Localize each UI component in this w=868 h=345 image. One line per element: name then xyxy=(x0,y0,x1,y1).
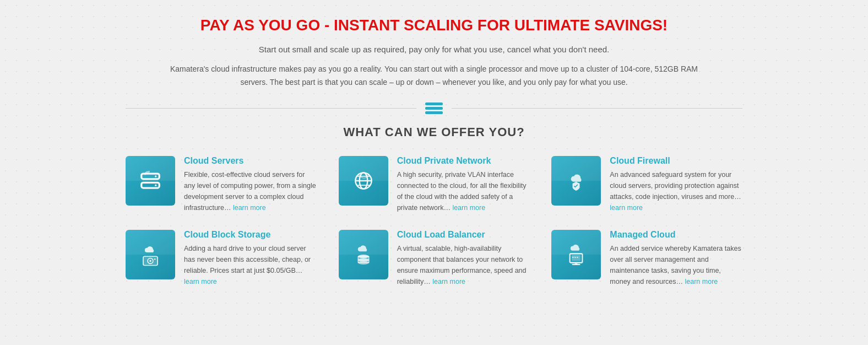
page-title: PAY AS YOU GO - INSTANT SCALING FOR ULTI… xyxy=(126,17,742,34)
svg-point-18 xyxy=(572,256,573,257)
cloud-load-balancer-learn-more[interactable]: learn more xyxy=(432,278,465,285)
cloud-firewall-icon-box xyxy=(551,156,601,206)
cloud-servers-title: Cloud Servers xyxy=(184,156,317,166)
managed-cloud-title: Managed Cloud xyxy=(610,230,742,240)
title-static: PAY AS YOU GO - xyxy=(200,17,334,34)
managed-cloud-icon xyxy=(562,240,590,269)
svg-point-9 xyxy=(149,260,151,261)
cloud-block-storage-icon xyxy=(136,240,165,269)
managed-cloud-icon-box xyxy=(551,230,601,279)
features-grid: Cloud Servers Flexible, cost-effective c… xyxy=(126,156,742,287)
cloud-servers-desc: Flexible, cost-effective cloud servers f… xyxy=(184,169,317,213)
managed-cloud-desc: An added service whereby Kamatera takes … xyxy=(610,243,742,287)
cloud-block-storage-content: Cloud Block Storage Adding a hard drive … xyxy=(184,230,317,287)
svg-point-20 xyxy=(577,256,578,257)
feature-cloud-firewall: Cloud Firewall An advanced safeguard sys… xyxy=(551,156,742,213)
cloud-firewall-desc: An advanced safeguard system for your cl… xyxy=(610,169,742,213)
cloud-load-balancer-desc: A virtual, scalable, high-availability c… xyxy=(397,243,530,287)
cloud-load-balancer-icon-box xyxy=(339,230,388,279)
svg-point-0 xyxy=(155,175,156,177)
cloud-private-network-learn-more[interactable]: learn more xyxy=(452,204,485,212)
feature-managed-cloud: Managed Cloud An added service whereby K… xyxy=(551,230,742,287)
divider-icon xyxy=(425,103,443,114)
title-highlight: INSTANT SCALING FOR ULTIMATE SAVINGS! xyxy=(334,17,668,34)
feature-cloud-servers: Cloud Servers Flexible, cost-effective c… xyxy=(126,156,317,213)
cloud-load-balancer-content: Cloud Load Balancer A virtual, scalable,… xyxy=(397,230,530,287)
cloud-servers-icon xyxy=(136,166,165,195)
divider-line-left xyxy=(126,108,416,109)
cloud-private-network-content: Cloud Private Network A high security, p… xyxy=(397,156,530,213)
cloud-block-storage-learn-more[interactable]: learn more xyxy=(184,278,217,285)
cloud-firewall-content: Cloud Firewall An advanced safeguard sys… xyxy=(610,156,742,213)
feature-cloud-block-storage: Cloud Block Storage Adding a hard drive … xyxy=(126,230,317,287)
feature-cloud-private-network: Cloud Private Network A high security, p… xyxy=(339,156,530,213)
feature-cloud-load-balancer: Cloud Load Balancer A virtual, scalable,… xyxy=(339,230,530,287)
section-title: WHAT CAN WE OFFER YOU? xyxy=(126,125,742,139)
cloud-private-network-title: Cloud Private Network xyxy=(397,156,530,166)
svg-point-15 xyxy=(358,261,369,265)
cloud-private-network-icon xyxy=(349,166,378,195)
cloud-private-network-icon-box xyxy=(339,156,388,206)
divider-line-right xyxy=(452,108,742,109)
managed-cloud-content: Managed Cloud An added service whereby K… xyxy=(610,230,742,287)
cloud-firewall-title: Cloud Firewall xyxy=(610,156,742,166)
svg-point-10 xyxy=(154,258,155,260)
cloud-servers-content: Cloud Servers Flexible, cost-effective c… xyxy=(184,156,317,213)
hero-description: Kamatera's cloud infrastructure makes pa… xyxy=(159,63,709,89)
section-divider xyxy=(126,103,742,114)
cloud-servers-learn-more[interactable]: learn more xyxy=(233,204,266,212)
cloud-servers-icon-box xyxy=(126,156,175,206)
hero-subtitle: Start out small and scale up as required… xyxy=(126,43,742,56)
cloud-block-storage-icon-box xyxy=(126,230,175,279)
svg-point-1 xyxy=(155,184,156,186)
svg-point-19 xyxy=(574,256,576,257)
cloud-load-balancer-title: Cloud Load Balancer xyxy=(397,230,530,240)
cloud-block-storage-desc: Adding a hard drive to your cloud server… xyxy=(184,243,317,287)
cloud-block-storage-title: Cloud Block Storage xyxy=(184,230,317,240)
cloud-private-network-desc: A high security, private VLAN interface … xyxy=(397,169,530,213)
managed-cloud-learn-more[interactable]: learn more xyxy=(685,278,718,285)
cloud-firewall-icon xyxy=(562,166,590,195)
cloud-load-balancer-icon xyxy=(349,240,378,269)
cloud-firewall-learn-more[interactable]: learn more xyxy=(610,204,643,212)
